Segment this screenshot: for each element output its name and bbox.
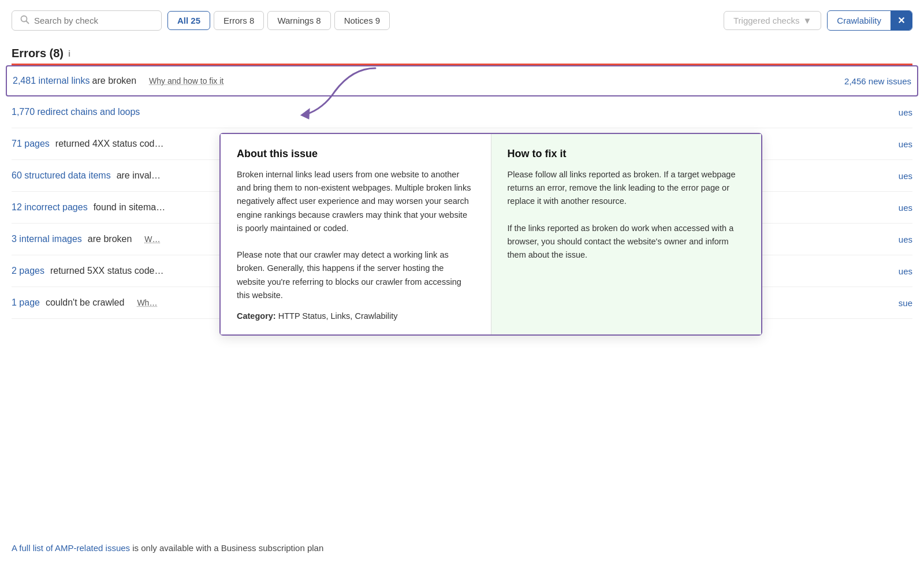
info-icon[interactable]: i — [68, 49, 70, 58]
incorrect-pages-count: ues — [887, 203, 912, 213]
tab-warnings[interactable]: Warnings 8 — [267, 11, 330, 30]
purple-arrow — [283, 62, 387, 122]
redirect-chains-link[interactable]: 1,770 redirect chains and loops — [12, 107, 140, 117]
search-input[interactable] — [34, 16, 153, 25]
tooltip-popup: About this issue Broken internal links l… — [219, 133, 762, 336]
crawlability-filter: Crawlability ✕ — [827, 10, 912, 31]
tooltip-about-body: Broken internal links lead users from on… — [237, 168, 475, 302]
issue-row-redirect-chains: 1,770 redirect chains and loops ues — [12, 96, 912, 128]
bottom-note-text: is only available with a Business subscr… — [132, 543, 323, 553]
structured-data-link[interactable]: 60 structured data items — [12, 170, 111, 181]
not-crawled-link[interactable]: 1 page — [12, 297, 40, 308]
bottom-note: A full list of AMP-related issues is onl… — [12, 543, 323, 553]
fix-link-not-crawled[interactable]: Wh… — [137, 298, 157, 307]
triggered-checks-label: Triggered checks — [733, 16, 800, 25]
4xx-link[interactable]: 71 pages — [12, 139, 50, 149]
errors-heading: Errors (8) i — [12, 47, 912, 60]
tooltip-fix-section: How to fix it Please follow all links re… — [491, 134, 762, 334]
svg-line-1 — [27, 21, 29, 24]
broken-links-count-link[interactable]: 2,481 internal links — [13, 76, 90, 85]
structured-data-count: ues — [887, 171, 912, 181]
triggered-checks-button[interactable]: Triggered checks ▼ — [724, 11, 821, 30]
issue-row-broken-internal-links: 2,481 internal links are broken Why and … — [6, 65, 918, 96]
fix-link-broken-images[interactable]: W… — [144, 235, 160, 244]
5xx-count: ues — [887, 266, 912, 276]
4xx-count: ues — [887, 139, 912, 149]
new-issues-count: 2,456 new issues — [833, 76, 911, 86]
redirect-chains-count: ues — [887, 107, 912, 117]
tooltip-about-title: About this issue — [237, 148, 475, 160]
svg-marker-2 — [299, 108, 314, 120]
filter-tabs: All 25 Errors 8 Warnings 8 Notices 9 — [167, 11, 390, 30]
chevron-down-icon: ▼ — [803, 16, 811, 25]
not-crawled-count: sue — [887, 298, 912, 308]
crawlability-close-button[interactable]: ✕ — [891, 11, 912, 30]
tab-all[interactable]: All 25 — [167, 11, 210, 30]
broken-images-count: ues — [887, 235, 912, 244]
tooltip-about-section: About this issue Broken internal links l… — [221, 134, 491, 334]
search-box[interactable] — [12, 10, 162, 31]
5xx-link[interactable]: 2 pages — [12, 266, 44, 276]
fix-link-broken-internal-links[interactable]: Why and how to fix it — [149, 76, 223, 85]
tab-notices[interactable]: Notices 9 — [334, 11, 390, 30]
search-icon — [20, 15, 29, 26]
broken-images-link[interactable]: 3 internal images — [12, 234, 82, 244]
tooltip-fix-body: Please follow all links reported as brok… — [508, 168, 746, 262]
tooltip-category: Category: HTTP Status, Links, Crawlabili… — [237, 311, 475, 321]
issue-link-broken-internal-links[interactable]: 2,481 internal links are broken — [13, 76, 136, 86]
tooltip-fix-title: How to fix it — [508, 148, 746, 160]
tab-errors[interactable]: Errors 8 — [214, 11, 264, 30]
toolbar: All 25 Errors 8 Warnings 8 Notices 9 Tri… — [12, 10, 912, 31]
crawlability-label[interactable]: Crawlability — [828, 12, 891, 29]
errors-title: Errors (8) — [12, 47, 64, 60]
amp-issues-link[interactable]: A full list of AMP-related issues — [12, 543, 130, 553]
incorrect-pages-link[interactable]: 12 incorrect pages — [12, 202, 88, 213]
